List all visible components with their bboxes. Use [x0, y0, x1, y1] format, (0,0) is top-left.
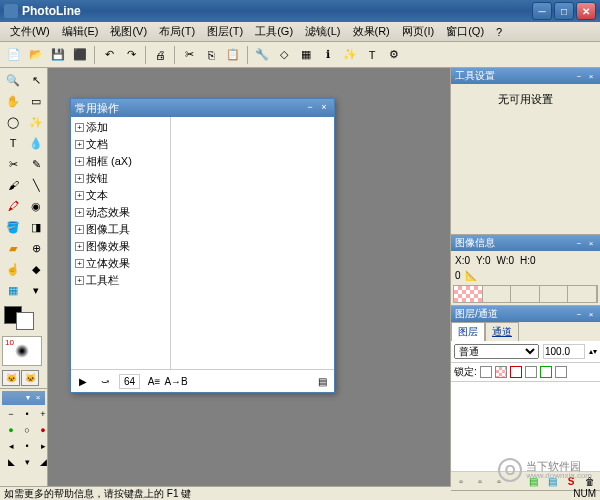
info-swatch-2[interactable]	[483, 286, 512, 302]
actions-step-icon[interactable]: ⤻	[97, 374, 113, 390]
blend-mode-select[interactable]: 普通	[454, 344, 539, 359]
actions-mode-b-icon[interactable]: A→B	[168, 374, 184, 390]
brush-preview[interactable]: 10	[2, 336, 42, 366]
tool-pointer-icon[interactable]: ↖	[25, 70, 47, 90]
menu-file[interactable]: 文件(W)	[4, 22, 56, 41]
toolbar-cut-icon[interactable]: ✂	[179, 45, 199, 65]
lock-move-icon[interactable]	[525, 366, 537, 378]
expand-icon[interactable]: +	[75, 242, 84, 251]
expand-icon[interactable]: +	[75, 208, 84, 217]
toolbar-open-icon[interactable]: 📂	[26, 45, 46, 65]
info-swatch-3[interactable]	[511, 286, 540, 302]
lock-paint-icon[interactable]	[510, 366, 522, 378]
expand-icon[interactable]: +	[75, 225, 84, 234]
tool-hand-icon[interactable]: ✋	[2, 91, 24, 111]
toolbar-shapes-icon[interactable]: ◇	[274, 45, 294, 65]
tool-spray-icon[interactable]: ◉	[25, 196, 47, 216]
expand-icon[interactable]: +	[75, 174, 84, 183]
tree-item[interactable]: +图像效果	[73, 238, 168, 255]
expand-icon[interactable]: +	[75, 276, 84, 285]
toolbar-tools-icon[interactable]: 🔧	[252, 45, 272, 65]
tool-eyedrop-icon[interactable]: 💧	[25, 133, 47, 153]
tree-item[interactable]: +动态效果	[73, 204, 168, 221]
toolbar-saveall-icon[interactable]: ⬛	[70, 45, 90, 65]
tool-fill-icon[interactable]: 🪣	[2, 217, 24, 237]
tree-item[interactable]: +文本	[73, 187, 168, 204]
tool-zoom-icon[interactable]: 🔍	[2, 70, 24, 90]
tree-item[interactable]: +相框 (aX)	[73, 153, 168, 170]
expand-icon[interactable]: +	[75, 259, 84, 268]
sym-minus-icon[interactable]: −	[4, 407, 18, 421]
toolbar-settings-icon[interactable]: ⚙	[384, 45, 404, 65]
menu-layout[interactable]: 布局(T)	[153, 22, 201, 41]
actions-panel-header[interactable]: 常用操作 − ×	[71, 99, 334, 117]
actions-mode-a-icon[interactable]: A≡	[146, 374, 162, 390]
tree-item[interactable]: +文档	[73, 136, 168, 153]
tree-item[interactable]: +按钮	[73, 170, 168, 187]
lock-extra-icon[interactable]	[555, 366, 567, 378]
tool-text-icon[interactable]: T	[2, 133, 24, 153]
close-button[interactable]: ✕	[576, 2, 596, 20]
panel-close-icon[interactable]: ×	[586, 239, 596, 248]
toolbar-save-icon[interactable]: 💾	[48, 45, 68, 65]
menu-window[interactable]: 窗口(Q)	[440, 22, 490, 41]
tool-more-icon[interactable]: ▾	[25, 280, 47, 300]
tool-line-icon[interactable]: ╲	[25, 175, 47, 195]
toolbar-paste-icon[interactable]: 📋	[223, 45, 243, 65]
sym-dot-icon[interactable]: •	[20, 407, 34, 421]
lock-all-icon[interactable]	[480, 366, 492, 378]
menu-edit[interactable]: 编辑(E)	[56, 22, 105, 41]
tool-paint-icon[interactable]: 🖍	[2, 196, 24, 216]
toolbar-print-icon[interactable]: 🖨	[150, 45, 170, 65]
panel-min-icon[interactable]: −	[574, 239, 584, 248]
panel-close-icon[interactable]: ×	[586, 72, 596, 81]
canvas-area[interactable]: 常用操作 − × +添加 +文档 +相框 (aX) +按钮 +文本 +动态效果 …	[48, 68, 450, 486]
menu-tool[interactable]: 工具(G)	[249, 22, 299, 41]
tool-pencil-icon[interactable]: ✎	[25, 154, 47, 174]
tree-item[interactable]: +立体效果	[73, 255, 168, 272]
menu-effect[interactable]: 效果(R)	[347, 22, 396, 41]
toolbar-undo-icon[interactable]: ↶	[99, 45, 119, 65]
tree-item[interactable]: +添加	[73, 119, 168, 136]
toolbar-new-icon[interactable]: 📄	[4, 45, 24, 65]
actions-tree[interactable]: +添加 +文档 +相框 (aX) +按钮 +文本 +动态效果 +图像工具 +图像…	[71, 117, 171, 369]
expand-icon[interactable]: +	[75, 157, 84, 166]
tool-eraser-icon[interactable]: ▰	[2, 238, 24, 258]
tool-smudge-icon[interactable]: ☝	[2, 259, 24, 279]
toolbar-text-icon[interactable]: T	[362, 45, 382, 65]
tab-channels[interactable]: 通道	[485, 322, 519, 341]
panel-close-icon[interactable]: ×	[586, 310, 596, 319]
panel-min-icon[interactable]: ▾	[23, 393, 33, 403]
tree-item[interactable]: +工具栏	[73, 272, 168, 289]
expand-icon[interactable]: +	[75, 191, 84, 200]
color-swatches[interactable]	[4, 306, 43, 330]
toolbar-copy-icon[interactable]: ⎘	[201, 45, 221, 65]
cat-btn-2-icon[interactable]: 🐱	[21, 370, 39, 386]
sym-dot2-icon[interactable]: ○	[20, 423, 34, 437]
tool-mesh-icon[interactable]: ▦	[2, 280, 24, 300]
panel-close-icon[interactable]: ×	[33, 393, 43, 403]
opacity-spinner-icon[interactable]: ▴▾	[589, 347, 597, 356]
lock-green-icon[interactable]	[540, 366, 552, 378]
tool-marquee-icon[interactable]: ▭	[25, 91, 47, 111]
background-color[interactable]	[16, 312, 34, 330]
tool-shape-icon[interactable]: ◆	[25, 259, 47, 279]
tool-brush-icon[interactable]: 🖌	[2, 175, 24, 195]
tab-layers[interactable]: 图层	[451, 322, 485, 341]
menu-filter[interactable]: 滤镜(L)	[299, 22, 346, 41]
actions-size-field[interactable]: 64	[119, 374, 140, 389]
toolbar-info-icon[interactable]: ℹ	[318, 45, 338, 65]
toolbar-layers-icon[interactable]: ▦	[296, 45, 316, 65]
toolbar-redo-icon[interactable]: ↷	[121, 45, 141, 65]
menu-web[interactable]: 网页(I)	[396, 22, 440, 41]
toolbar-fx-icon[interactable]: ✨	[340, 45, 360, 65]
lock-trans-icon[interactable]	[495, 366, 507, 378]
tool-gradient-icon[interactable]: ◨	[25, 217, 47, 237]
expand-icon[interactable]: +	[75, 123, 84, 132]
minimize-button[interactable]: ─	[532, 2, 552, 20]
cat-btn-1-icon[interactable]: 🐱	[2, 370, 20, 386]
tool-wand-icon[interactable]: ✨	[25, 112, 47, 132]
info-swatch-4[interactable]	[540, 286, 569, 302]
actions-menu-icon[interactable]: ▤	[314, 374, 330, 390]
panel-min-icon[interactable]: −	[574, 72, 584, 81]
